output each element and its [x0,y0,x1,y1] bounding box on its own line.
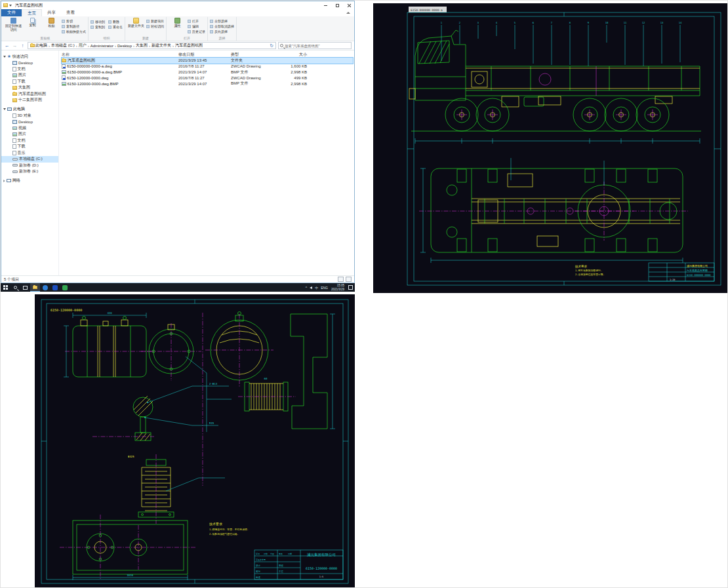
rename-button[interactable]: 重命名 [108,25,123,29]
breadcrumb-segment-drive-c[interactable]: 本地磁盘 (C:) [51,43,75,49]
nav-item-videos[interactable]: 视频 [1,125,58,132]
taskbar-zwcad-button[interactable] [50,283,60,292]
copy-button[interactable]: 复制 [24,17,41,28]
breadcrumb-segment-users[interactable]: 用户 [78,43,87,49]
column-header-name[interactable]: 名称 [62,52,178,58]
chevron-expanded-icon[interactable] [3,56,6,58]
history-button[interactable]: 历史记录 [188,29,205,33]
nav-item-music[interactable]: 音乐 [1,150,58,157]
file-row[interactable]: 汽车底盘图纸图 2021/3/29 13:45 文件夹 [62,58,353,64]
breadcrumb-segment-new-folder[interactable]: 新建文件夹 [151,43,172,49]
up-button[interactable]: ↑ [20,43,26,49]
column-header-date[interactable]: 修改日期 [178,52,231,58]
nav-item-drive-d[interactable]: 新加卷 (D:) [1,163,58,169]
nav-item-desktop[interactable]: Desktop [1,60,58,66]
group-label-clipboard: 剪贴板 [5,36,86,41]
breadcrumb-segment-current[interactable]: 汽车底盘图纸图 [174,43,203,49]
search-box[interactable] [278,42,352,49]
tab-view[interactable]: 查看 [61,9,80,16]
copy-to-button[interactable]: 复制到 [91,25,105,29]
move-to-button[interactable]: 移动到 [91,20,105,24]
status-bar: 5 个项目 [1,275,354,283]
chevron-collapsed-icon[interactable] [3,180,5,182]
nav-item-sketch[interactable]: 十二集图草图 [1,97,58,104]
nav-item-dajitu[interactable]: 大集图 [1,85,58,91]
nav-item-drive-c[interactable]: 本地磁盘 (C:) [1,156,58,163]
maximize-button[interactable] [332,2,342,9]
nav-item-pc-desktop[interactable]: Desktop [1,119,58,125]
new-folder-button[interactable]: 新建文件夹 [127,17,145,28]
nav-item-drive-e[interactable]: 新加卷 (E:) [1,168,58,175]
folder-icon [12,98,17,102]
file-row[interactable]: 6150-120000-0000.dwg 2016/7/8 11:27 ZWCA… [62,75,353,81]
note-line: 2.装配后须经气密性试验。 [209,532,239,536]
taskbar-explorer-button[interactable] [30,283,40,292]
refresh-icon[interactable]: ↻ [270,43,273,49]
select-none-button[interactable]: 全部取消选择 [210,24,234,28]
action-center-icon[interactable] [348,285,353,290]
taskbar-edge-button[interactable] [40,283,50,292]
copy-path-button[interactable]: 复制路径 [62,24,86,28]
minimize-button[interactable] [320,2,331,9]
delete-button[interactable]: 删除 [108,20,123,24]
details-view-button[interactable] [338,277,344,282]
back-button[interactable]: ← [4,43,10,49]
paste-shortcut-button[interactable]: 粘贴快捷方式 [62,29,86,33]
open-button[interactable]: 打开 [188,19,205,23]
easy-access-button[interactable]: 轻松访问 [146,24,164,28]
nav-item-pc-downloads[interactable]: 下载 [1,144,58,150]
group-label-organize: 组织 [91,36,123,41]
forward-button[interactable]: → [12,43,18,49]
breadcrumb-segment-dajitu[interactable]: 大集图 [135,43,148,49]
volume-icon[interactable] [310,286,312,289]
tab-share[interactable]: 共享 [42,9,61,16]
ime-indicator[interactable]: 中 [313,286,319,290]
nav-this-pc[interactable]: 此电脑 [1,106,58,113]
nav-item-pictures[interactable]: 图片 [1,72,58,79]
pin-to-quick-access-button[interactable]: 固定到快速访问 [5,17,22,31]
invert-selection-button[interactable]: 反向选择 [210,29,234,33]
task-view-button[interactable] [20,283,30,292]
taskbar-search-button[interactable] [10,283,20,292]
tray-expand-icon[interactable]: ^ [304,286,308,290]
properties-button[interactable]: 属性 [169,17,186,28]
cut-button[interactable]: 剪切 [62,19,86,23]
new-item-button[interactable]: 新建项目 [146,19,164,23]
start-button[interactable] [1,283,10,292]
breadcrumb-segment-administrator[interactable]: Administrator [90,44,114,48]
title-block-field: 审核 [279,564,284,567]
tab-home[interactable]: 主页 [22,9,42,16]
tab-file[interactable]: 文件 [1,9,22,16]
downloads-icon [12,144,16,149]
chevron-expanded-icon[interactable] [3,108,6,110]
thumbnail-view-button[interactable] [346,277,352,282]
edit-button[interactable]: 编辑 [188,24,205,28]
breadcrumb[interactable]: 此电脑 本地磁盘 (C:) 用户 Administrator Desktop 大… [28,42,276,49]
nav-item-pc-documents[interactable]: 文档 [1,138,58,144]
nav-item-chassis-drawings[interactable]: 汽车底盘图纸图 [1,91,58,98]
quick-access-toolbar-dropdown-icon[interactable] [9,5,12,7]
close-button[interactable] [344,2,354,9]
taskbar-app-button[interactable] [60,283,70,292]
nav-item-3d-objects[interactable]: 3D 对象 [1,113,58,119]
ribbon-group-new: 新建文件夹 新建项目 轻松访问 新建 [125,17,167,41]
language-indicator[interactable]: ENG [319,286,329,290]
taskbar-clock[interactable]: 15:05 2021/3/29 [329,284,346,291]
select-all-button[interactable]: 全部选择 [210,19,234,23]
column-header-size[interactable]: 大小 [278,52,310,58]
file-row[interactable]: 6150-000000-0000-a.dwg.BMP 2021/3/29 14:… [62,69,353,75]
ribbon-collapse-icon[interactable] [346,12,350,14]
file-row[interactable]: 6150-120000-0000.dwg.BMP 2021/3/29 14:07… [62,81,353,87]
nav-quick-access[interactable]: ★ 快速访问 [1,53,58,60]
file-row[interactable]: 6150-000000-0000-a.dwg 2016/7/8 11:27 ZW… [62,64,353,69]
column-header-type[interactable]: 类型 [231,52,278,58]
breadcrumb-segment-desktop[interactable]: Desktop [117,44,132,48]
nav-item-pc-pictures[interactable]: 图片 [1,131,58,138]
nav-item-documents[interactable]: 文档 [1,66,58,73]
breadcrumb-segment-this-pc[interactable]: 此电脑 [35,43,48,49]
search-input[interactable] [285,44,350,48]
search-icon [280,44,283,47]
paste-button[interactable]: 粘贴 [43,17,60,28]
nav-item-downloads[interactable]: 下载 [1,79,58,85]
nav-network[interactable]: 网络 [1,178,58,184]
